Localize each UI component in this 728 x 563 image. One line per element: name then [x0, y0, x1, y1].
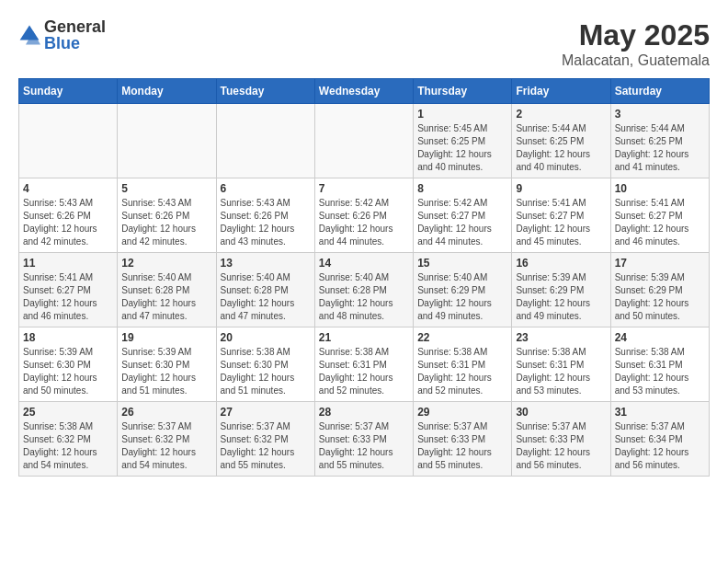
day-header-friday: Friday [512, 79, 610, 104]
calendar-cell: 1Sunrise: 5:45 AM Sunset: 6:25 PM Daylig… [414, 104, 512, 178]
calendar-cell: 11Sunrise: 5:41 AM Sunset: 6:27 PM Dayli… [19, 253, 118, 327]
day-info: Sunrise: 5:43 AM Sunset: 6:26 PM Dayligh… [221, 197, 311, 248]
calendar-cell [216, 104, 314, 178]
logo-general-text: General [44, 18, 106, 35]
day-header-saturday: Saturday [610, 79, 709, 104]
day-info: Sunrise: 5:38 AM Sunset: 6:31 PM Dayligh… [417, 346, 507, 397]
day-info: Sunrise: 5:45 AM Sunset: 6:25 PM Dayligh… [417, 122, 507, 174]
day-number: 11 [23, 257, 113, 270]
day-info: Sunrise: 5:37 AM Sunset: 6:33 PM Dayligh… [516, 420, 606, 472]
day-info: Sunrise: 5:37 AM Sunset: 6:33 PM Dayligh… [417, 420, 507, 472]
location: Malacatan, Guatemala [562, 52, 710, 69]
calendar-cell: 3Sunrise: 5:44 AM Sunset: 6:25 PM Daylig… [610, 104, 709, 178]
day-number: 1 [417, 108, 507, 121]
calendar-cell: 4Sunrise: 5:43 AM Sunset: 6:26 PM Daylig… [19, 178, 118, 253]
calendar-cell: 13Sunrise: 5:40 AM Sunset: 6:28 PM Dayli… [216, 253, 314, 327]
day-info: Sunrise: 5:38 AM Sunset: 6:32 PM Dayligh… [23, 420, 113, 472]
day-info: Sunrise: 5:39 AM Sunset: 6:30 PM Dayligh… [121, 346, 211, 397]
calendar-cell: 31Sunrise: 5:37 AM Sunset: 6:34 PM Dayli… [610, 402, 709, 477]
day-info: Sunrise: 5:43 AM Sunset: 6:26 PM Dayligh… [121, 197, 211, 248]
day-number: 28 [319, 406, 409, 419]
day-info: Sunrise: 5:44 AM Sunset: 6:25 PM Dayligh… [615, 122, 705, 174]
day-number: 12 [121, 257, 211, 270]
day-info: Sunrise: 5:39 AM Sunset: 6:29 PM Dayligh… [615, 271, 705, 323]
day-info: Sunrise: 5:41 AM Sunset: 6:27 PM Dayligh… [23, 271, 113, 323]
day-number: 10 [615, 182, 705, 195]
calendar-cell: 25Sunrise: 5:38 AM Sunset: 6:32 PM Dayli… [19, 402, 118, 477]
day-info: Sunrise: 5:42 AM Sunset: 6:27 PM Dayligh… [417, 197, 507, 248]
day-info: Sunrise: 5:41 AM Sunset: 6:27 PM Dayligh… [615, 197, 705, 248]
day-number: 20 [221, 331, 311, 344]
day-number: 2 [516, 108, 606, 121]
calendar-cell: 17Sunrise: 5:39 AM Sunset: 6:29 PM Dayli… [610, 253, 709, 327]
day-number: 9 [516, 182, 606, 195]
day-info: Sunrise: 5:37 AM Sunset: 6:32 PM Dayligh… [221, 420, 311, 472]
page-header: General Blue May 2025 Malacatan, Guatema… [18, 18, 710, 69]
day-info: Sunrise: 5:43 AM Sunset: 6:26 PM Dayligh… [23, 197, 113, 248]
day-number: 25 [23, 406, 113, 419]
calendar-cell: 20Sunrise: 5:38 AM Sunset: 6:30 PM Dayli… [216, 327, 314, 402]
calendar-cell: 24Sunrise: 5:38 AM Sunset: 6:31 PM Dayli… [610, 327, 709, 402]
day-number: 26 [121, 406, 211, 419]
month-year: May 2025 [562, 18, 710, 52]
logo: General Blue [18, 18, 106, 52]
calendar-cell: 29Sunrise: 5:37 AM Sunset: 6:33 PM Dayli… [414, 402, 512, 477]
day-number: 30 [516, 406, 606, 419]
day-header-sunday: Sunday [19, 79, 118, 104]
calendar-cell: 9Sunrise: 5:41 AM Sunset: 6:27 PM Daylig… [512, 178, 610, 253]
day-number: 13 [221, 257, 311, 270]
day-info: Sunrise: 5:38 AM Sunset: 6:31 PM Dayligh… [615, 346, 705, 397]
day-number: 7 [319, 182, 409, 195]
week-row-5: 25Sunrise: 5:38 AM Sunset: 6:32 PM Dayli… [19, 402, 710, 477]
day-info: Sunrise: 5:44 AM Sunset: 6:25 PM Dayligh… [516, 122, 606, 174]
day-info: Sunrise: 5:39 AM Sunset: 6:29 PM Dayligh… [516, 271, 606, 323]
calendar-cell [19, 104, 118, 178]
calendar-cell: 2Sunrise: 5:44 AM Sunset: 6:25 PM Daylig… [512, 104, 610, 178]
calendar-cell: 15Sunrise: 5:40 AM Sunset: 6:29 PM Dayli… [414, 253, 512, 327]
header-row: SundayMondayTuesdayWednesdayThursdayFrid… [19, 79, 710, 104]
calendar-cell: 21Sunrise: 5:38 AM Sunset: 6:31 PM Dayli… [314, 327, 413, 402]
day-header-wednesday: Wednesday [314, 79, 413, 104]
calendar-cell: 18Sunrise: 5:39 AM Sunset: 6:30 PM Dayli… [19, 327, 118, 402]
day-info: Sunrise: 5:40 AM Sunset: 6:29 PM Dayligh… [417, 271, 507, 323]
day-number: 18 [23, 331, 113, 344]
day-number: 8 [417, 182, 507, 195]
day-number: 3 [615, 108, 705, 121]
calendar-cell: 6Sunrise: 5:43 AM Sunset: 6:26 PM Daylig… [216, 178, 314, 253]
calendar-cell: 10Sunrise: 5:41 AM Sunset: 6:27 PM Dayli… [610, 178, 709, 253]
logo-blue-text: Blue [44, 35, 106, 52]
calendar-table: SundayMondayTuesdayWednesdayThursdayFrid… [18, 78, 710, 477]
calendar-cell: 26Sunrise: 5:37 AM Sunset: 6:32 PM Dayli… [118, 402, 216, 477]
day-number: 5 [121, 182, 211, 195]
title-block: May 2025 Malacatan, Guatemala [562, 18, 710, 69]
day-number: 15 [417, 257, 507, 270]
day-info: Sunrise: 5:38 AM Sunset: 6:31 PM Dayligh… [319, 346, 409, 397]
week-row-3: 11Sunrise: 5:41 AM Sunset: 6:27 PM Dayli… [19, 253, 710, 327]
calendar-body: 1Sunrise: 5:45 AM Sunset: 6:25 PM Daylig… [19, 104, 710, 477]
day-info: Sunrise: 5:42 AM Sunset: 6:26 PM Dayligh… [319, 197, 409, 248]
day-info: Sunrise: 5:40 AM Sunset: 6:28 PM Dayligh… [221, 271, 311, 323]
week-row-1: 1Sunrise: 5:45 AM Sunset: 6:25 PM Daylig… [19, 104, 710, 178]
calendar-cell: 23Sunrise: 5:38 AM Sunset: 6:31 PM Dayli… [512, 327, 610, 402]
day-number: 22 [417, 331, 507, 344]
day-number: 16 [516, 257, 606, 270]
day-number: 23 [516, 331, 606, 344]
logo-icon [18, 24, 40, 46]
day-header-thursday: Thursday [414, 79, 512, 104]
day-info: Sunrise: 5:37 AM Sunset: 6:33 PM Dayligh… [319, 420, 409, 472]
day-number: 31 [615, 406, 705, 419]
day-info: Sunrise: 5:41 AM Sunset: 6:27 PM Dayligh… [516, 197, 606, 248]
calendar-cell: 8Sunrise: 5:42 AM Sunset: 6:27 PM Daylig… [414, 178, 512, 253]
day-info: Sunrise: 5:37 AM Sunset: 6:32 PM Dayligh… [121, 420, 211, 472]
calendar-cell: 28Sunrise: 5:37 AM Sunset: 6:33 PM Dayli… [314, 402, 413, 477]
day-info: Sunrise: 5:39 AM Sunset: 6:30 PM Dayligh… [23, 346, 113, 397]
day-header-tuesday: Tuesday [216, 79, 314, 104]
day-number: 19 [121, 331, 211, 344]
calendar-cell: 16Sunrise: 5:39 AM Sunset: 6:29 PM Dayli… [512, 253, 610, 327]
calendar-cell: 30Sunrise: 5:37 AM Sunset: 6:33 PM Dayli… [512, 402, 610, 477]
day-number: 24 [615, 331, 705, 344]
calendar-cell: 22Sunrise: 5:38 AM Sunset: 6:31 PM Dayli… [414, 327, 512, 402]
day-info: Sunrise: 5:40 AM Sunset: 6:28 PM Dayligh… [319, 271, 409, 323]
day-info: Sunrise: 5:38 AM Sunset: 6:31 PM Dayligh… [516, 346, 606, 397]
day-number: 27 [221, 406, 311, 419]
